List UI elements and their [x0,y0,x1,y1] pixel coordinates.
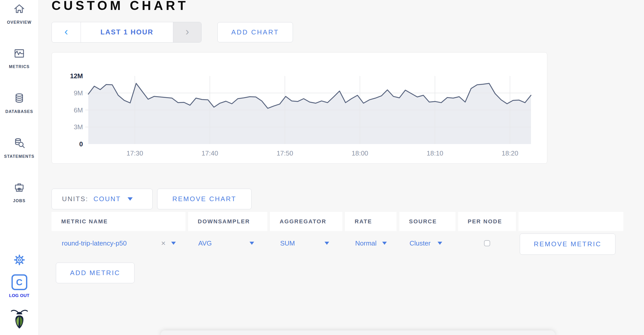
col-header-aggregator: AGGREGATOR [270,212,342,231]
sidebar-item-overview[interactable]: OVERVIEW [0,3,39,25]
database-icon [13,92,25,104]
rate-cell[interactable]: Normal [345,231,397,255]
sidebar-item-databases[interactable]: DATABASES [0,92,39,114]
sidebar-item-label: JOBS [13,199,26,203]
sidebar: OVERVIEW METRICS DATABASES [0,0,39,335]
col-header-per-node: PER NODE [458,212,516,231]
timeseries-chart: 17:3017:4017:5018:0018:1018:2003M6M9M12M [52,53,548,164]
add-chart-button[interactable]: ADD CHART [217,22,293,42]
add-metric-button[interactable]: ADD METRIC [56,263,134,283]
bottom-sheet-edge [161,330,555,335]
briefcase-icon [13,182,25,194]
svg-text:12M: 12M [70,72,83,80]
remove-metric-button[interactable]: REMOVE METRIC [520,234,615,255]
caret-down-icon [438,242,442,245]
sidebar-item-label: METRICS [9,65,30,69]
chart-card: 17:3017:4017:5018:0018:1018:2003M6M9M12M [52,52,547,164]
time-range-next-button[interactable]: › [173,22,201,42]
sidebar-item-label: OVERVIEW [7,20,31,25]
svg-text:18:20: 18:20 [502,149,518,157]
home-icon [13,3,25,15]
rate-value: Normal [355,239,377,247]
per-node-checkbox[interactable] [484,240,490,246]
caret-down-icon [250,242,254,245]
main-content: CUSTOM CHART ‹ LAST 1 HOUR › ADD CHART 1… [39,0,644,335]
statements-icon [13,137,25,149]
clear-metric-icon[interactable]: × [161,239,166,248]
source-value: Cluster [410,239,430,247]
caret-down-icon [325,242,329,245]
chevron-left-icon: ‹ [65,25,68,38]
remove-chart-button[interactable]: REMOVE CHART [157,189,252,209]
svg-text:0: 0 [79,140,83,148]
cockroach-bug-logo [9,308,30,331]
caret-down-icon [171,242,176,245]
svg-text:18:00: 18:00 [352,149,368,157]
svg-text:3M: 3M [74,123,83,131]
metric-name-cell: round-trip-latency-p50 × [52,231,185,255]
svg-text:17:50: 17:50 [277,149,293,157]
caret-down-icon [382,242,387,245]
col-header-metric-name: METRIC NAME [52,212,185,231]
units-dropdown[interactable]: UNITS: COUNT [52,189,153,209]
col-header-rate: RATE [345,212,397,231]
sidebar-item-label: STATEMENTS [4,154,34,159]
svg-text:6M: 6M [74,106,83,114]
chevron-right-icon: › [185,25,189,38]
units-label: UNITS: [62,195,88,203]
svg-text:9M: 9M [74,89,83,97]
units-value: COUNT [93,195,121,203]
cockroach-c-logo[interactable]: C [11,274,27,290]
svg-text:17:30: 17:30 [127,149,143,157]
metrics-icon [13,47,25,59]
source-cell[interactable]: Cluster [399,231,455,255]
logout-button[interactable]: LOG OUT [0,293,39,298]
col-header-actions [518,212,623,231]
sidebar-item-label: DATABASES [5,109,33,114]
svg-text:18:10: 18:10 [427,149,443,157]
col-header-downsampler: DOWNSAMPLER [188,212,267,231]
c-logo-letter: C [16,277,22,287]
gear-icon [13,262,25,267]
metric-name-dropdown[interactable]: round-trip-latency-p50 [62,239,127,247]
sidebar-item-statements[interactable]: STATEMENTS [0,137,39,159]
aggregator-cell[interactable]: SUM [270,231,342,255]
aggregator-value: SUM [280,239,295,247]
sidebar-item-metrics[interactable]: METRICS [0,47,39,69]
page-title: CUSTOM CHART [52,0,189,12]
time-range-selector: ‹ LAST 1 HOUR › [52,22,202,43]
svg-text:17:40: 17:40 [202,149,218,157]
settings-button[interactable] [13,254,25,266]
time-range-dropdown[interactable]: LAST 1 HOUR [81,22,173,42]
downsampler-value: AVG [198,239,212,247]
time-range-prev-button[interactable]: ‹ [52,22,81,42]
caret-down-icon [128,197,133,201]
sidebar-item-jobs[interactable]: JOBS [0,182,39,203]
downsampler-cell[interactable]: AVG [188,231,267,255]
per-node-cell [458,231,516,255]
col-header-source: SOURCE [399,212,455,231]
